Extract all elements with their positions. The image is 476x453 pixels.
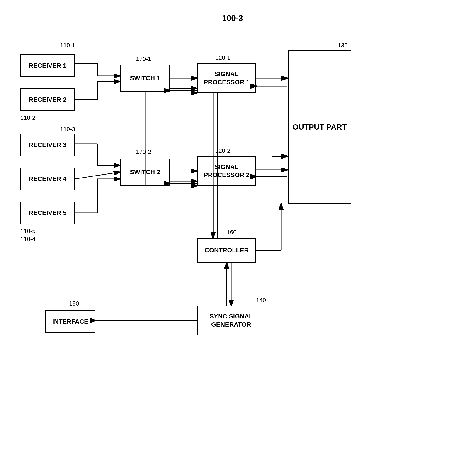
signal-processor1-block: SIGNAL PROCESSOR 1 — [197, 64, 256, 93]
label-160: 160 — [227, 229, 236, 236]
label-120-1: 120-1 — [215, 54, 231, 61]
sync-signal-gen-block: SYNC SIGNAL GENERATOR — [197, 306, 265, 335]
output-part-block: OUTPUT PART — [288, 50, 351, 204]
switch2-block: SWITCH 2 — [120, 159, 170, 186]
label-170-1: 170-1 — [136, 56, 151, 63]
label-110-4: 110-4 — [20, 236, 36, 243]
label-110-3: 110-3 — [60, 126, 75, 133]
controller-block: CONTROLLER — [197, 238, 256, 263]
receiver2-block: RECEIVER 2 — [20, 88, 75, 111]
label-120-2: 120-2 — [215, 147, 231, 154]
label-150: 150 — [69, 300, 79, 307]
label-170-2: 170-2 — [136, 148, 151, 155]
signal-processor2-block: SIGNAL PROCESSOR 2 — [197, 156, 256, 186]
diagram-title: 100-3 — [222, 14, 243, 23]
interface-block: INTERFACE — [45, 310, 95, 333]
switch1-block: SWITCH 1 — [120, 64, 170, 92]
diagram-container: 100-3 RECEIVER 1 110-1 RECEIVER 2 110-2 … — [0, 0, 476, 453]
label-130: 130 — [338, 42, 347, 49]
svg-line-11 — [75, 172, 120, 179]
label-110-5: 110-5 — [20, 228, 36, 235]
receiver5-block: RECEIVER 5 — [20, 202, 75, 224]
receiver4-block: RECEIVER 4 — [20, 168, 75, 190]
label-140: 140 — [256, 297, 266, 304]
label-110-2: 110-2 — [20, 114, 36, 121]
receiver3-block: RECEIVER 3 — [20, 134, 75, 156]
label-110-1: 110-1 — [60, 42, 75, 49]
receiver1-block: RECEIVER 1 — [20, 54, 75, 77]
